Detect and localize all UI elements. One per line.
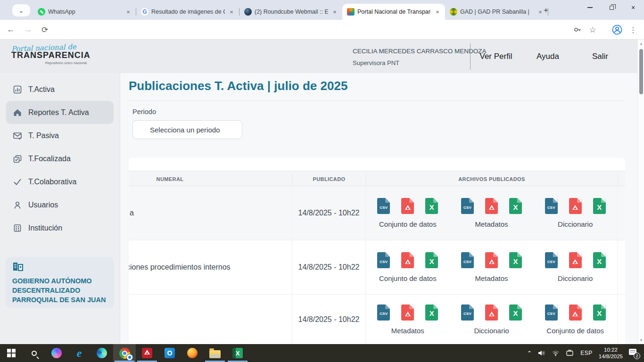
pdf-file-icon[interactable]: [401, 252, 414, 268]
start-button[interactable]: [0, 344, 23, 362]
csv-file-icon[interactable]: CSV: [377, 304, 390, 321]
xls-file-icon[interactable]: X: [509, 198, 522, 214]
wifi-icon[interactable]: [552, 350, 560, 356]
pdf-file-icon[interactable]: [485, 198, 498, 214]
password-key-button[interactable]: [571, 24, 584, 36]
acrobat-button[interactable]: [136, 344, 158, 362]
logo-line3: Repositorio único nacional: [11, 61, 87, 65]
pdf-file-icon[interactable]: [485, 252, 498, 268]
csv-file-icon[interactable]: CSV: [545, 252, 558, 268]
publicado-cell: 14/8/2025 - 10h22: [292, 240, 366, 294]
xls-file-icon[interactable]: X: [425, 252, 438, 268]
csv-file-icon[interactable]: CSV: [377, 252, 390, 268]
period-select[interactable]: Selecciona un periodo: [132, 120, 242, 139]
close-window-button[interactable]: ×: [622, 0, 644, 15]
tab-google-images[interactable]: G Resultado de imágenes de G ×: [136, 4, 239, 20]
csv-file-icon[interactable]: CSV: [545, 198, 558, 214]
copilot-button[interactable]: [45, 344, 68, 362]
column-header-numeral: NUMERAL: [129, 171, 211, 187]
reload-button[interactable]: ⟳: [39, 24, 51, 36]
clock[interactable]: 10:22 14/8/2025: [599, 346, 623, 360]
column-header-archivos: ARCHIVOS PUBLICADOS: [366, 171, 618, 187]
scroll-down-icon[interactable]: ▼: [638, 338, 644, 342]
speaker-icon[interactable]: [538, 350, 545, 356]
close-icon[interactable]: ×: [124, 8, 132, 16]
firefox-button[interactable]: [181, 344, 204, 362]
connect-display-icon[interactable]: [566, 350, 574, 356]
csv-file-icon[interactable]: CSV: [461, 252, 474, 268]
excel-button[interactable]: X: [226, 344, 249, 362]
xls-file-icon[interactable]: X: [425, 198, 438, 214]
search-button[interactable]: [23, 344, 45, 362]
restore-icon: [610, 6, 614, 10]
reload-icon: ⟳: [41, 25, 48, 35]
salir-link[interactable]: Salir: [586, 52, 615, 61]
file-group: CSV X Conjunto de datos: [366, 252, 450, 282]
browser-menu-button[interactable]: ⋮: [627, 24, 639, 36]
xls-file-icon[interactable]: X: [509, 304, 522, 321]
tab-roundcube[interactable]: (2) Roundcube Webmail :: En ×: [239, 4, 342, 20]
sidebar-item-institucion[interactable]: Institución: [0, 216, 120, 239]
xls-file-icon[interactable]: X: [509, 252, 522, 268]
back-button[interactable]: ←: [5, 24, 17, 36]
pdf-file-icon[interactable]: [401, 304, 414, 321]
language-indicator[interactable]: ESP: [580, 350, 593, 356]
csv-file-icon[interactable]: CSV: [461, 198, 474, 214]
xls-label: X: [597, 257, 602, 265]
pdf-file-icon[interactable]: [569, 304, 582, 321]
close-icon[interactable]: ×: [228, 8, 235, 16]
title-divider: [129, 100, 625, 101]
action-center-button[interactable]: 2: [629, 349, 638, 357]
key-icon: [573, 25, 582, 34]
outlook-button[interactable]: O: [158, 344, 181, 362]
pdf-file-icon[interactable]: [569, 252, 582, 268]
csv-file-icon[interactable]: CSV: [377, 198, 390, 214]
restore-button[interactable]: [601, 0, 622, 15]
pdf-file-icon[interactable]: [485, 304, 498, 321]
tab-portal-active[interactable]: Portal Nacional de Transpare ×: [342, 4, 445, 20]
sidebar-item-t-colaborativa[interactable]: T.Colaborativa: [0, 170, 120, 193]
pdf-glyph-icon: [572, 259, 578, 264]
forward-button[interactable]: →: [22, 24, 34, 36]
ayuda-link[interactable]: Ayuda: [533, 52, 562, 61]
scroll-up-icon[interactable]: ▲: [638, 42, 644, 45]
xls-file-icon[interactable]: X: [593, 198, 606, 214]
tray-chevron-icon[interactable]: ⌃: [527, 350, 532, 357]
scrollbar-thumb[interactable]: [639, 49, 643, 94]
close-icon[interactable]: ×: [331, 8, 339, 16]
sidebar-item-t-activa[interactable]: T.Activa: [0, 78, 120, 101]
profile-avatar-button[interactable]: [611, 24, 623, 36]
page-scrollbar[interactable]: ▲ ▼: [637, 40, 644, 344]
period-select-placeholder: Selecciona un periodo: [150, 126, 220, 134]
whatsapp-icon: [38, 8, 45, 16]
close-icon[interactable]: ×: [434, 8, 441, 16]
sidebar-item-usuarios[interactable]: Usuarios: [0, 193, 120, 216]
sidebar-item-t-focalizada[interactable]: T.Focalizada: [0, 147, 120, 170]
institution-card[interactable]: GOBIERNO AUTÓNOMO DESCENTRALIZADO PARROQ…: [6, 257, 114, 308]
csv-label: CSV: [380, 206, 388, 210]
edge-button[interactable]: [91, 344, 113, 362]
csv-file-icon[interactable]: CSV: [545, 304, 558, 321]
xls-file-icon[interactable]: X: [593, 304, 606, 321]
sidebar-item-t-pasiva[interactable]: T. Pasiva: [0, 124, 120, 147]
xls-file-icon[interactable]: X: [425, 304, 438, 321]
chrome-button[interactable]: [113, 344, 136, 362]
new-tab-button[interactable]: +: [540, 5, 552, 16]
xls-file-icon[interactable]: X: [593, 252, 606, 268]
internet-explorer-button[interactable]: e: [68, 344, 91, 362]
minimize-button[interactable]: [579, 0, 601, 15]
csv-file-icon[interactable]: CSV: [461, 304, 474, 321]
bookmark-star-button[interactable]: ☆: [586, 24, 599, 36]
tab-search-button[interactable]: ⌄: [12, 4, 30, 16]
csv-label: CSV: [463, 312, 471, 316]
pdf-file-icon[interactable]: [401, 198, 414, 214]
sidebar-item-reportes-t-activa[interactable]: Reportes T. Activa: [6, 101, 114, 124]
file-explorer-button[interactable]: [204, 344, 226, 362]
tab-whatsapp[interactable]: WhatsApp ×: [33, 4, 136, 20]
numeral-cell: a: [129, 186, 292, 240]
system-tray: ⌃ ESP 10:22 14/8/2025 2: [527, 344, 644, 362]
pdf-file-icon[interactable]: [569, 198, 582, 214]
tab-gad[interactable]: GAD | GAD PR Sabanilla | ×: [445, 4, 548, 20]
ver-perfil-link[interactable]: Ver Perfil: [477, 52, 515, 61]
sidebar-item-label: T.Focalizada: [28, 155, 71, 163]
